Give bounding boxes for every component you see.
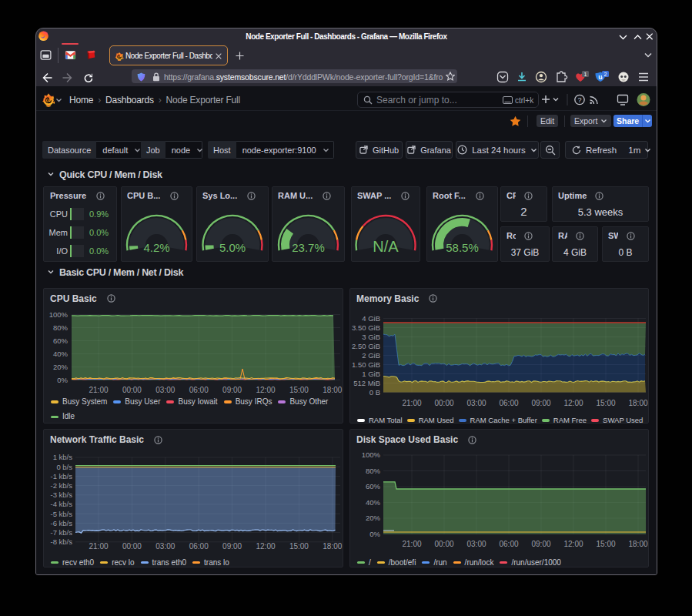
svg-text:80%: 80%	[53, 323, 69, 331]
svg-text:18:00: 18:00	[323, 385, 342, 393]
svg-text:4 GiB: 4 GiB	[362, 313, 380, 322]
svg-text:1 GiB: 1 GiB	[362, 369, 380, 377]
svg-text:12:00: 12:00	[563, 540, 583, 548]
svg-text:-6 kb/s: -6 kb/s	[50, 519, 72, 527]
svg-text:4.2%: 4.2%	[143, 241, 169, 254]
svg-text:00:00: 00:00	[122, 542, 142, 551]
svg-text:N/A: N/A	[373, 238, 399, 255]
svg-text:0%: 0%	[369, 530, 380, 538]
svg-text:15:00: 15:00	[289, 385, 309, 393]
svg-text:80%: 80%	[366, 467, 381, 475]
svg-text:12:00: 12:00	[563, 398, 583, 407]
svg-text:60%: 60%	[53, 336, 69, 344]
svg-text:-3 kb/s: -3 kb/s	[50, 490, 72, 499]
svg-text:15:00: 15:00	[289, 542, 309, 551]
svg-text:06:00: 06:00	[189, 385, 209, 393]
svg-text:-4 kb/s: -4 kb/s	[50, 500, 72, 508]
svg-text:-1 kb/s: -1 kb/s	[50, 472, 72, 480]
svg-text:03:00: 03:00	[155, 542, 175, 551]
svg-text:20%: 20%	[53, 362, 69, 370]
svg-text:u: u	[598, 73, 603, 81]
svg-text:12:00: 12:00	[256, 385, 275, 393]
svg-text:15:00: 15:00	[596, 398, 615, 407]
svg-text:1.50 GiB: 1.50 GiB	[352, 360, 380, 368]
svg-text:12:00: 12:00	[256, 542, 275, 551]
svg-text:1 kb/s: 1 kb/s	[53, 453, 73, 461]
svg-text:03:00: 03:00	[466, 398, 486, 407]
svg-text:23.7%: 23.7%	[292, 241, 325, 254]
svg-text:15:00: 15:00	[596, 540, 615, 548]
svg-text:09:00: 09:00	[531, 398, 550, 407]
svg-text:18:00: 18:00	[628, 540, 647, 548]
svg-text:5.0%: 5.0%	[219, 241, 246, 254]
svg-text:3 GiB: 3 GiB	[362, 332, 380, 340]
svg-text:60%: 60%	[366, 482, 381, 490]
svg-text:40%: 40%	[53, 349, 69, 357]
svg-text:09:00: 09:00	[531, 540, 550, 548]
svg-text:-5 kb/s: -5 kb/s	[50, 510, 72, 518]
svg-text:06:00: 06:00	[499, 398, 518, 407]
svg-text:09:00: 09:00	[222, 385, 242, 393]
svg-text:58.5%: 58.5%	[446, 241, 479, 254]
svg-text:21:00: 21:00	[89, 542, 108, 551]
svg-text:100%: 100%	[362, 450, 381, 459]
svg-text:-8 kb/s: -8 kb/s	[50, 537, 72, 546]
svg-text:512 MiB: 512 MiB	[353, 378, 380, 387]
svg-text:0%: 0%	[57, 375, 68, 383]
svg-text:18:00: 18:00	[323, 542, 342, 551]
svg-text:-7 kb/s: -7 kb/s	[50, 528, 72, 537]
svg-text:00:00: 00:00	[122, 385, 142, 393]
svg-text:2.50 GiB: 2.50 GiB	[352, 341, 380, 350]
svg-text:2 GiB: 2 GiB	[362, 350, 380, 359]
svg-text:2: 2	[604, 72, 607, 77]
svg-text:06:00: 06:00	[189, 542, 209, 551]
svg-text:100%: 100%	[49, 310, 69, 318]
svg-text:-2 kb/s: -2 kb/s	[50, 481, 72, 490]
svg-text:1: 1	[584, 72, 587, 77]
svg-text:40%: 40%	[366, 498, 381, 507]
svg-text:00:00: 00:00	[434, 540, 453, 548]
svg-text:21:00: 21:00	[402, 540, 421, 548]
svg-text:21:00: 21:00	[89, 385, 108, 393]
svg-text:0 b/s: 0 b/s	[56, 463, 72, 471]
svg-text:09:00: 09:00	[222, 542, 242, 551]
svg-text:0 B: 0 B	[369, 387, 380, 396]
svg-text:00:00: 00:00	[434, 398, 453, 407]
svg-text:03:00: 03:00	[155, 385, 175, 393]
svg-text:20%: 20%	[366, 514, 381, 522]
svg-text:18:00: 18:00	[628, 398, 647, 407]
svg-text:03:00: 03:00	[466, 540, 486, 548]
svg-text:06:00: 06:00	[499, 540, 518, 548]
svg-text:21:00: 21:00	[402, 398, 421, 407]
svg-text:?: ?	[577, 96, 581, 104]
svg-text:3.50 GiB: 3.50 GiB	[352, 323, 380, 331]
